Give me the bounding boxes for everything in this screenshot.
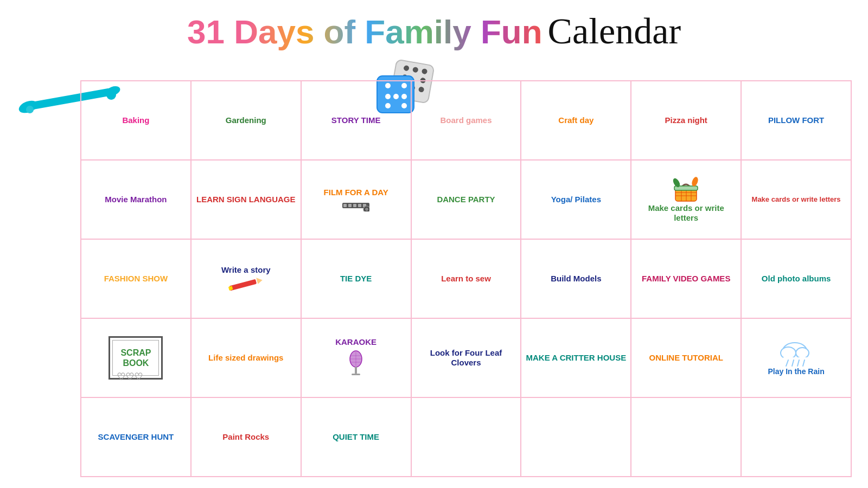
- svg-line-55: [797, 360, 799, 366]
- cell-picnic: Make cards or write letters: [631, 160, 741, 239]
- svg-rect-23: [343, 204, 347, 207]
- cell-craft-day: Craft day: [521, 81, 631, 160]
- svg-rect-52: [783, 357, 810, 360]
- cell-four-leaf-clovers: Look for Four Leaf Clovers: [411, 318, 521, 397]
- cell-family-video-games: FAMILY VIDEO GAMES: [631, 239, 741, 318]
- title-cursive: Calendar: [548, 10, 681, 52]
- cell-movie-marathon: Movie Marathon: [81, 160, 191, 239]
- svg-point-29: [365, 208, 368, 211]
- svg-rect-24: [348, 204, 352, 207]
- cell-old-photo-albums: Old photo albums: [741, 239, 851, 318]
- cell-empty-1: [411, 397, 521, 477]
- cell-baking: Baking: [81, 81, 191, 160]
- svg-rect-39: [229, 279, 257, 291]
- cell-make-cards: Make cards or write letters: [741, 160, 851, 239]
- svg-line-54: [792, 360, 794, 366]
- cell-scavenger-hunt: SCAVENGER HUNT: [81, 397, 191, 477]
- svg-rect-25: [353, 204, 356, 207]
- svg-rect-26: [358, 204, 361, 207]
- cell-empty-4: [741, 397, 851, 477]
- svg-line-56: [803, 360, 805, 366]
- svg-marker-40: [257, 277, 264, 284]
- svg-point-38: [691, 176, 699, 187]
- cell-empty-3: [631, 397, 741, 477]
- cell-paint-rocks: Paint Rocks: [191, 397, 301, 477]
- title-main: 31 Days of Family Fun: [187, 13, 542, 50]
- cell-pillow-fort: PILLOW FORT: [741, 81, 851, 160]
- pencil-icon: [227, 277, 265, 292]
- cell-gardening: Gardening: [191, 81, 301, 160]
- svg-line-53: [786, 360, 788, 366]
- cell-story-time: STORY TIME: [301, 81, 411, 160]
- title-area: 31 Days of Family FunCalendar: [0, 0, 868, 58]
- cell-learn-sign-language: LEARN SIGN LANGUAGE: [191, 160, 301, 239]
- picnic-basket-icon: [671, 176, 701, 203]
- cell-empty-2: [521, 397, 631, 477]
- cell-karaoke: KARAOKE: [301, 318, 411, 397]
- cell-scrapbook: SCRAP BOOK ♡♡♡: [81, 318, 191, 397]
- cell-tie-dye: TIE DYE: [301, 239, 411, 318]
- calendar-grid: Baking Gardening STORY TIME Board games …: [80, 80, 852, 477]
- cell-write-story: Write a story: [191, 239, 301, 318]
- cell-quiet-time: QUIET TIME: [301, 397, 411, 477]
- scrapbook-frame: SCRAP BOOK ♡♡♡: [108, 336, 163, 380]
- page-container: 31 Days of Family FunCalendar Baking: [0, 0, 868, 488]
- svg-point-51: [796, 348, 809, 358]
- cell-fashion-show: FASHION SHOW: [81, 239, 191, 318]
- cell-life-sized-drawings: Life sized drawings: [191, 318, 301, 397]
- cell-film-for-a-day: FILM FOR A DAY: [301, 160, 411, 239]
- svg-rect-48: [352, 374, 360, 375]
- film-icon: [342, 200, 369, 211]
- svg-rect-47: [355, 367, 357, 374]
- cell-pizza-night: Pizza night: [631, 81, 741, 160]
- cell-yoga-pilates: Yoga/ Pilates: [521, 160, 631, 239]
- svg-point-50: [781, 347, 796, 359]
- cell-play-in-rain: Play In the Rain: [741, 318, 851, 397]
- cell-build-models: Build Models: [521, 239, 631, 318]
- cloud-rain-icon: [778, 340, 814, 367]
- svg-point-4: [26, 106, 34, 113]
- cell-critter-house: MAKE A CRITTER HOUSE: [521, 318, 631, 397]
- cell-board-games: Board games: [411, 81, 521, 160]
- cell-online-tutorial: ONLINE TUTORIAL: [631, 318, 741, 397]
- microphone-icon: [346, 349, 366, 379]
- cell-learn-to-sew: Learn to sew: [411, 239, 521, 318]
- cell-dance-party: DANCE PARTY: [411, 160, 521, 239]
